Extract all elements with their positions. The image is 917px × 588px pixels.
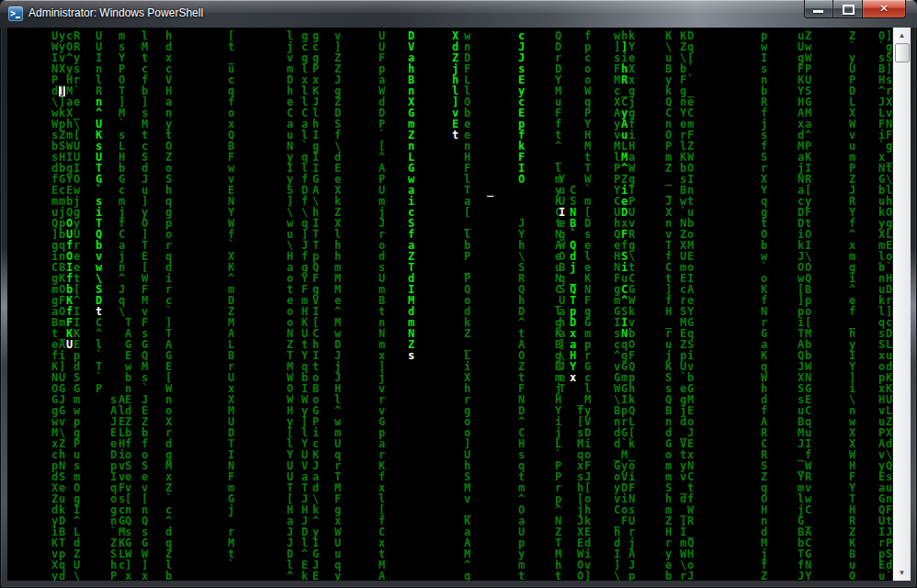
matrix-column: KZ\bFgnYerlKbsBw`NZXUmEcrSMEZpU`egjd_Vty…	[680, 30, 686, 581]
matrix-column: K\uBykQCnOPmZ__JXnvTfCt]fH_rujKSsQBndGom…	[665, 30, 672, 581]
powershell-icon: >	[8, 6, 23, 21]
matrix-column: UWINPd\wWsbsdfEmuQ]giCgmgaBtefKNOGgwMxcp…	[51, 30, 58, 581]
matrix-column: TAGEwbnEdZbfoSev[nQsGW]x	[125, 317, 131, 581]
maximize-icon	[843, 5, 855, 15]
matrix-column: pwIsnbRfjsfSrXYqgtObw`oKfNrGaKqWhdfARCRS…	[761, 30, 767, 581]
matrix-column: sAJEeDpIqogn`ZShP	[110, 394, 117, 581]
console-viewport[interactable]: UWINPd\wWsbsdfEmuQ]giCgmgaBtefKNOGgwMxcp…	[7, 28, 893, 581]
caption-buttons: ✕	[804, 0, 906, 18]
matrix-column: ZwWPUSGMa^PKIR[yFtOI\OQBpo[MbbWNGECquIfW…	[805, 30, 811, 581]
maximize-button[interactable]	[833, 0, 863, 18]
matrix-column: ]gS]srXvNFg_t\lhOgLEo`HDr]cDLudKKULZXd\Q…	[886, 30, 892, 581]
matrix-column: v]ZZJgZDSf\dEeXkZXlhhmMMe^MwDJjJHl^wmUqr…	[334, 30, 341, 581]
matrix-column: _f[sMqxsh[jJXEWOO	[577, 394, 583, 581]
matrix-column: lMtcfb]sMtcSdJu]yO]TE[WFMvFsGQMs`JEZbfoS…	[142, 30, 148, 581]
scrollbar-thumb[interactable]	[895, 43, 910, 62]
matrix-column: wnDFLlObeenHFlTa[_lbP_PQodkZ_LiXhrgoo]Uh…	[464, 30, 470, 581]
matrix-column: uUgFKYHAxdMajNacDDikJOw[]piTAQJXSsuBMJ__…	[798, 30, 804, 581]
matrix-column: w]sFMcXAyvMlPPYCUhQeHNFgmGIsc^vGW\Bndd_G…	[614, 30, 620, 581]
matrix-column: [t_ucqfoxQBFwvENYWf`XK^mDZMALBrUxXMUDTIN…	[228, 30, 234, 581]
matrix-column: UUInlRn^UKsUTG`siTQbvw\SDtC^l`T`P	[96, 30, 102, 394]
powershell-window: > Administrator: Windows PowerShell ✕ UW…	[0, 0, 917, 588]
matrix-grid: UWINPd\wWsbsdfEmuQ]giCgmgaBtefKNOGgwMxcp…	[9, 30, 891, 581]
matrix-column: hdxcVHanytOZoShqgporqdirc`]TAGE[WnoXrdgM…	[165, 30, 172, 581]
matrix-column: CSNB`Qdj_QTpDxaHYx	[570, 185, 576, 383]
matrix-column: gcglxllCal`qlfDf\q]JfgYFmHKUtYqbIWy[lYUV…	[301, 30, 308, 581]
close-button[interactable]: ✕	[863, 0, 906, 18]
matrix-column: kYeXxgjgfiHaWgTPUvRg\tCGWkvbOFQphkQL[k_o…	[628, 30, 635, 581]
scroll-down-button[interactable]: ▼	[893, 565, 911, 581]
minimize-icon	[813, 10, 823, 13]
scroll-up-button[interactable]: ▲	[893, 28, 911, 43]
vertical-scrollbar[interactable]: ▲ ▼	[893, 28, 911, 581]
matrix-column: RRysr`e_\[UUIOwjgyUreet[^IIKEpdSGmwpgPus…	[74, 30, 80, 581]
matrix-column: YuUIegWOBqSUaha]\JeT	[559, 174, 565, 394]
minimize-button[interactable]	[804, 0, 833, 18]
close-icon: ✕	[863, 2, 905, 16]
title-bar[interactable]: > Administrator: Windows PowerShell ✕	[0, 0, 917, 28]
matrix-column: ljvmDheCauNyIyS]\wu\HaoteooNZTMWOWHy[lYU…	[287, 30, 293, 581]
matrix-column: fpcooWqPYHMtTW`m[DseleKNFgGmprGclMyVDioF…	[584, 30, 591, 581]
matrix-column: cO^yHMaXhmWIgYEbQOUfOIfbKfFKU	[66, 30, 73, 350]
matrix-column: DVahBnXGmZnLGwaicSfaZTdIMdmNZs	[408, 30, 414, 361]
matrix-column: O`sBH^JLFi`xNGbukyXmlbnuklqsSxopxHvuPAvy…	[878, 30, 885, 581]
window-title: Administrator: Windows PowerShell	[28, 6, 203, 19]
matrix-column: gcgPxKJlhIgIIGA\hITTpQFgVI[ChItoBoGPicKJ…	[312, 30, 319, 581]
matrix-column: UUFpaWdDP`[^APUmjJrodsUmBtnNmx]jvrvGparK…	[379, 30, 385, 581]
matrix-column: cJJsEycEpfkFIO JYh\SRQhD^tAOZtFND^CHsqtm…	[518, 30, 525, 581]
powershell-cursor-icon	[16, 17, 20, 18]
matrix-column: XdZjhl]vEt	[452, 30, 458, 141]
matrix-column: yyvX_]]kpZSHbGcmjpbqnBKOFOm_Ai]UGJGv\ZhN…	[59, 30, 65, 581]
matrix-column: h]ihR_CyAuLM^ZieDxFfSiuC^SINqgGmGIprG`My…	[621, 30, 628, 526]
matrix-column: _	[487, 185, 493, 196]
matrix-column: Dq[``_eCmFZWOIntuboMEoIAeYGqSivbGMEoJExN…	[687, 30, 694, 581]
matrix-column: Z`yUPDLXWvumPZJRYf^xmgi^ef_hyIY]i\nwXXWH…	[849, 30, 855, 581]
